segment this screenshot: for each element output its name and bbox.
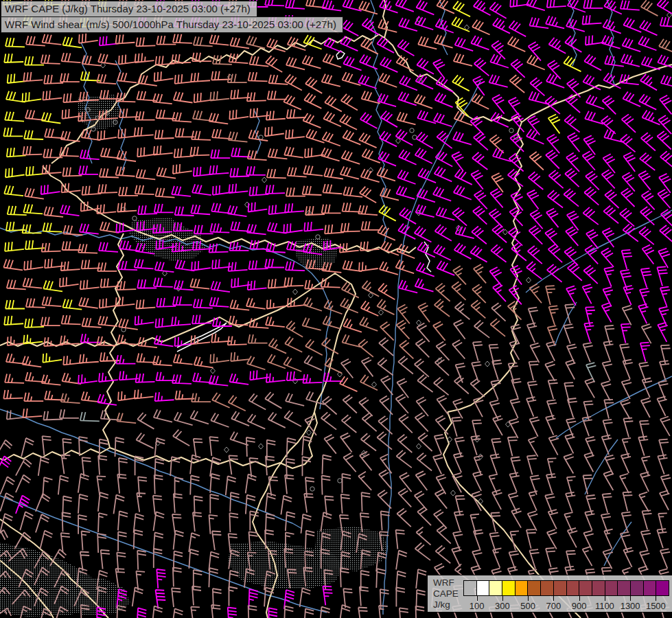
legend-cell xyxy=(528,581,541,595)
map-canvas xyxy=(0,0,672,618)
legend-tick xyxy=(553,596,554,601)
legend-tick xyxy=(605,596,605,601)
legend-colorbar xyxy=(463,580,669,596)
title-line-shear: WRF Wind shear (m/s) 500/1000hPa Thursda… xyxy=(1,16,343,33)
legend-cell xyxy=(515,581,529,595)
legend-cell xyxy=(592,581,605,595)
legend-cell xyxy=(554,581,567,595)
legend-label: WRF CAPE J/kg xyxy=(433,577,459,610)
legend-tick xyxy=(656,596,656,601)
legend-tick xyxy=(528,596,529,601)
legend-cell xyxy=(541,581,554,595)
legend-cell xyxy=(605,581,618,595)
legend-cell xyxy=(477,581,490,595)
legend-cell xyxy=(656,581,669,595)
legend-cell xyxy=(618,581,631,595)
legend-cell xyxy=(502,581,515,595)
legend-tick xyxy=(579,596,580,601)
legend-cell xyxy=(464,581,477,595)
legend-tick xyxy=(477,596,478,601)
title-line-cape: WRF CAPE (J/kg) Thursday 23-10-2025 03:0… xyxy=(1,1,257,17)
legend-label-cape: CAPE xyxy=(433,588,459,599)
legend-label-units: J/kg xyxy=(433,599,459,610)
legend-tick-label: 1500 xyxy=(640,601,671,611)
legend-cell xyxy=(489,581,502,595)
legend-cell xyxy=(644,581,657,595)
title-box: WRF CAPE (J/kg) Thursday 23-10-2025 03:0… xyxy=(1,1,343,33)
weather-map-screen: WRF CAPE (J/kg) Thursday 23-10-2025 03:0… xyxy=(0,0,672,618)
legend-box: WRF CAPE J/kg 10030050070090011001300150… xyxy=(427,575,672,613)
legend-cell xyxy=(567,581,580,595)
legend-cell xyxy=(631,581,644,595)
legend-tick xyxy=(502,596,503,601)
legend-tick xyxy=(630,596,631,601)
legend-cell xyxy=(579,581,592,595)
legend-label-wrf: WRF xyxy=(433,577,459,588)
